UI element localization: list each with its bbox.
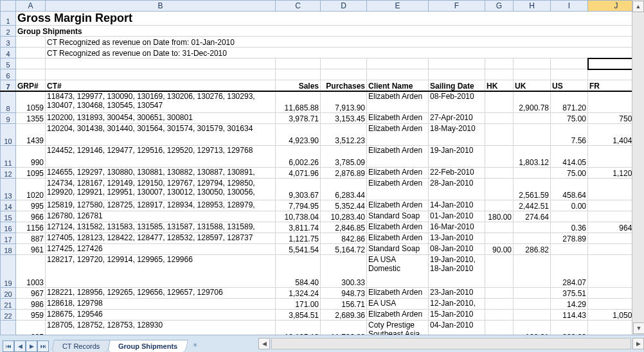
- cell-purchases[interactable]: 3,785.09: [321, 146, 367, 168]
- cell-purchases[interactable]: 842.86: [321, 233, 367, 244]
- cell-purchases[interactable]: 948.73: [321, 288, 367, 299]
- cell-grp[interactable]: 1439: [16, 124, 46, 146]
- cell-client[interactable]: Coty Prestige Southeast Asia: [367, 321, 429, 336]
- cell-purchases[interactable]: 156.71: [321, 299, 367, 310]
- col-header-F[interactable]: F: [429, 1, 485, 12]
- cell-sales[interactable]: 12,135.13: [276, 321, 321, 336]
- tab-nav-prev-icon[interactable]: ◀: [14, 340, 26, 352]
- col-header-D[interactable]: D: [321, 1, 367, 12]
- row-header[interactable]: 19: [1, 255, 16, 288]
- cell-ct[interactable]: 118473, 129977, 130090, 130169, 130206, …: [46, 91, 276, 113]
- cell-uk[interactable]: [514, 113, 551, 124]
- cell-grp[interactable]: 887: [16, 233, 46, 244]
- cell-purchases[interactable]: 5,352.44: [321, 200, 367, 211]
- cell-sailing[interactable]: 14-Jan-2010: [429, 200, 485, 211]
- row-header[interactable]: 3: [1, 37, 16, 48]
- cell-hk[interactable]: 180.00: [485, 211, 514, 222]
- cell-grp[interactable]: 1003: [16, 255, 46, 288]
- cell-client[interactable]: Elizabeth Arden: [367, 310, 429, 321]
- col-header-H[interactable]: H: [514, 1, 551, 12]
- cell-us[interactable]: 0.00: [551, 200, 588, 211]
- cell-sailing[interactable]: 18-May-2010: [429, 124, 485, 146]
- row-header[interactable]: 14: [1, 200, 16, 211]
- scroll-down-icon[interactable]: ▼: [633, 322, 644, 334]
- cell-ct[interactable]: 126780, 126781: [46, 211, 276, 222]
- cell-grp[interactable]: 986: [16, 299, 46, 310]
- horizontal-scrollbar[interactable]: ◀ ▶: [258, 335, 644, 352]
- cell-us[interactable]: 300.00: [551, 321, 588, 336]
- cell-grp[interactable]: 990: [16, 146, 46, 168]
- cell-client[interactable]: Elizabeth Arden: [367, 288, 429, 299]
- spreadsheet-grid[interactable]: A B C D E F G H I J 1Gross Margin Report…: [0, 0, 644, 335]
- cell-ct[interactable]: 124655, 129297, 130880, 130881, 130882, …: [46, 168, 276, 179]
- tab-ct-records[interactable]: CT Records: [51, 340, 111, 352]
- cell-grp[interactable]: 1020: [16, 179, 46, 200]
- row-header[interactable]: 20: [1, 288, 16, 299]
- cell-sailing[interactable]: 27-Apr-2010: [429, 113, 485, 124]
- col-header-B[interactable]: B: [46, 1, 276, 12]
- cell-us[interactable]: [551, 211, 588, 222]
- cell-sailing[interactable]: 12-Jan-2010,: [429, 299, 485, 310]
- cell-ct[interactable]: 124452, 129146, 129477, 129516, 129520, …: [46, 146, 276, 168]
- cell-grp[interactable]: 959: [16, 310, 46, 321]
- row-header[interactable]: 12: [1, 168, 16, 179]
- cell-sales[interactable]: 1,121.75: [276, 233, 321, 244]
- cell-sailing[interactable]: 16-Mar-2010: [429, 222, 485, 233]
- scroll-up-icon[interactable]: ▲: [632, 1, 644, 12]
- cell-uk[interactable]: 1,803.12: [514, 146, 551, 168]
- cell-us[interactable]: 375.51: [551, 288, 588, 299]
- row-header[interactable]: 18: [1, 244, 16, 255]
- row-header[interactable]: 9: [1, 113, 16, 124]
- cell-us[interactable]: 114.43: [551, 310, 588, 321]
- cell-us[interactable]: 458.64: [551, 179, 588, 200]
- cell-uk[interactable]: 2,561.59: [514, 179, 551, 200]
- row-header[interactable]: 10: [1, 124, 16, 146]
- cell-us[interactable]: 871.20: [551, 91, 588, 113]
- cell-uk[interactable]: 2,900.78: [514, 91, 551, 113]
- cell-ct[interactable]: 120200, 131893, 300454, 300651, 300801: [46, 113, 276, 124]
- cell-grp[interactable]: 1059: [16, 91, 46, 113]
- cell-sales[interactable]: 7,794.95: [276, 200, 321, 211]
- col-header-E[interactable]: E: [367, 1, 429, 12]
- cell-purchases[interactable]: 300.33: [321, 255, 367, 288]
- cell-sailing[interactable]: 19-Jan-2010: [429, 146, 485, 168]
- cell-hk[interactable]: [485, 255, 514, 288]
- cell-purchases[interactable]: 3,512.23: [321, 124, 367, 146]
- cell-ct[interactable]: 120204, 301438, 301440, 301564, 301574, …: [46, 124, 276, 146]
- row-header[interactable]: 7: [1, 80, 16, 91]
- cell-ct[interactable]: 127124, 131582, 131583, 131585, 131587, …: [46, 222, 276, 233]
- cell-hk[interactable]: [485, 113, 514, 124]
- cell-hk[interactable]: [485, 200, 514, 211]
- cell-sailing[interactable]: 13-Jan-2010: [429, 233, 485, 244]
- cell-hk[interactable]: [485, 146, 514, 168]
- cell-hk[interactable]: [485, 299, 514, 310]
- cell-sales[interactable]: 6,002.26: [276, 146, 321, 168]
- cell-sales[interactable]: 3,811.74: [276, 222, 321, 233]
- row-header[interactable]: 8: [1, 91, 16, 113]
- cell-uk[interactable]: 286.82: [514, 244, 551, 255]
- row-header[interactable]: 1: [1, 12, 16, 26]
- cell-grp[interactable]: 967: [16, 288, 46, 299]
- insert-sheet-icon[interactable]: ✶: [192, 341, 198, 352]
- cell-us[interactable]: 414.05: [551, 146, 588, 168]
- vertical-scrollbar[interactable]: ▲ ▼: [632, 0, 644, 335]
- cell-grp[interactable]: 961: [16, 244, 46, 255]
- cell-sailing[interactable]: 04-Jan-2010: [429, 321, 485, 336]
- cell-ct[interactable]: 127425, 127426: [46, 244, 276, 255]
- cell-hk[interactable]: [485, 321, 514, 336]
- cell-client[interactable]: Elizabeth Arden: [367, 222, 429, 233]
- cell-client[interactable]: Elizabeth Arden: [367, 124, 429, 146]
- cell-hk[interactable]: [485, 91, 514, 113]
- cell-hk[interactable]: [485, 288, 514, 299]
- tab-nav-next-icon[interactable]: ▶: [26, 340, 37, 352]
- cell-hk[interactable]: [485, 222, 514, 233]
- row-header[interactable]: 13: [1, 179, 16, 200]
- cell-hk[interactable]: [485, 233, 514, 244]
- row-header[interactable]: 16: [1, 222, 16, 233]
- cell-client[interactable]: Elizabeth Arden: [367, 233, 429, 244]
- cell-us[interactable]: 14.29: [551, 299, 588, 310]
- cell-purchases[interactable]: 7,913.90: [321, 91, 367, 113]
- cell-client[interactable]: EA USA Domestic: [367, 255, 429, 288]
- row-header[interactable]: 17: [1, 233, 16, 244]
- cell-us[interactable]: [551, 244, 588, 255]
